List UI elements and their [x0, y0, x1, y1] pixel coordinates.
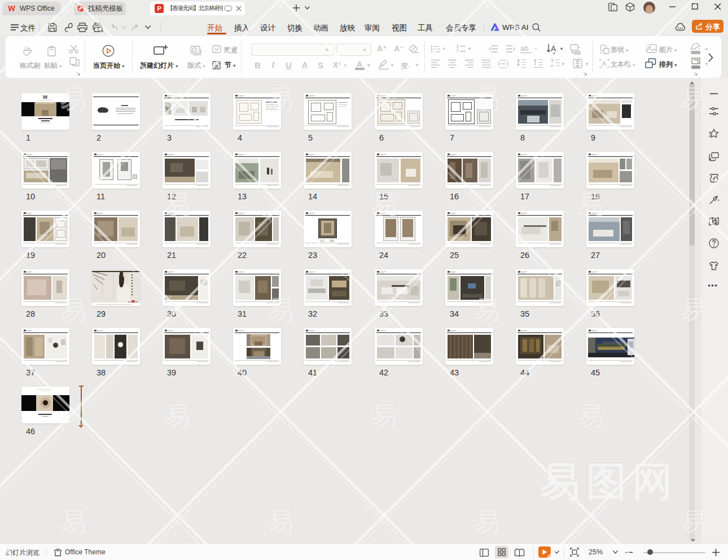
svg-text:A: A: [551, 44, 556, 53]
svg-text:ab: ab: [520, 44, 528, 53]
svg-text:A: A: [602, 60, 607, 68]
